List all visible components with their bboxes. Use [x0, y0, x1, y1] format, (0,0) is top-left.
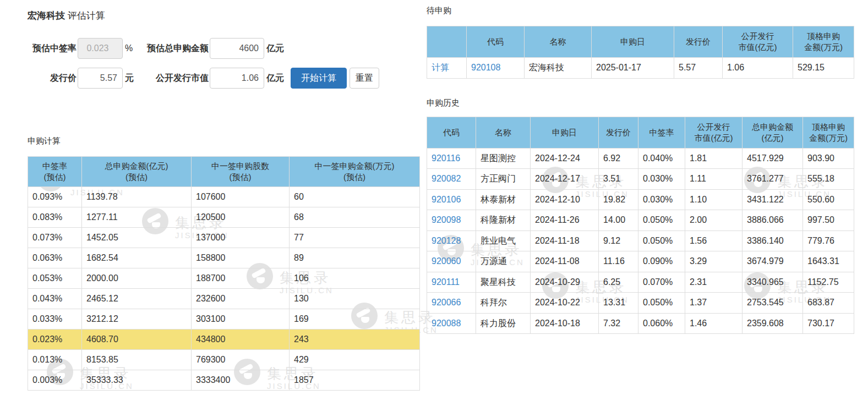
- cell: 434800: [192, 330, 290, 350]
- cell: 232600: [192, 289, 290, 309]
- form-row-2: 发行价 元 公开发行市值 亿元 开始计算 重置: [28, 68, 420, 89]
- page-title: 宏海科技 评估计算: [28, 10, 420, 22]
- cell: 5.57: [674, 58, 723, 79]
- table-row: 0.033%3212.12303100169: [28, 309, 420, 330]
- cell: 169: [290, 309, 420, 330]
- code-link[interactable]: 920128: [432, 236, 461, 245]
- cell: 730.17: [803, 313, 854, 334]
- code-link[interactable]: 920111: [432, 277, 460, 287]
- code-link[interactable]: 920082: [432, 174, 461, 183]
- cell: 0.030%: [638, 169, 685, 190]
- column-header: 总申购金额 (亿元): [743, 117, 803, 148]
- cell: 2359.608: [743, 313, 803, 334]
- cell: 2024-12-17: [531, 169, 599, 190]
- price-label: 发行价: [28, 73, 77, 84]
- cell: 920060: [427, 251, 476, 272]
- cell: 聚星科技: [476, 272, 531, 293]
- cell: 11.16: [599, 251, 638, 272]
- column-header: 名称: [525, 26, 592, 58]
- table-row: 计算920108宏海科技2025-01-175.571.06529.15: [427, 58, 854, 79]
- code-link[interactable]: 920060: [432, 256, 461, 266]
- cell: 4517.929: [743, 148, 803, 169]
- cell: 13.31: [599, 293, 638, 314]
- est-total-input[interactable]: [210, 38, 264, 59]
- cell: 3386.140: [743, 231, 803, 251]
- column-header: 中签率: [638, 117, 685, 148]
- table-row: 0.053%2000.00188700106: [28, 268, 420, 289]
- cell: 2000.00: [82, 268, 192, 289]
- column-header: 顶格申购 金额(万元): [803, 117, 854, 148]
- price-input[interactable]: [78, 68, 123, 89]
- column-header: 申购日: [592, 26, 674, 58]
- cell: 2024-10-18: [531, 313, 599, 334]
- history-table: 代码名称申购日发行价中签率公开发行 市值(亿元)总申购金额 (亿元)顶格申购 金…: [427, 117, 854, 334]
- cell: 19.82: [599, 189, 638, 210]
- cell: 3886.066: [743, 210, 803, 231]
- cell: 920106: [427, 189, 476, 210]
- table-row: 0.093%1139.7810760060: [28, 187, 420, 207]
- cell: 0.013%: [28, 350, 82, 370]
- form-row-1: 预估中签率 % 预估总申购金额 亿元: [28, 38, 420, 59]
- cell: 77: [290, 228, 420, 248]
- code-link[interactable]: 920088: [432, 319, 461, 328]
- cell: 2024-11-18: [531, 231, 599, 251]
- cell: 0.050%: [638, 231, 685, 251]
- cell: 0.033%: [28, 309, 82, 330]
- cell: 0.070%: [638, 272, 685, 293]
- cell: 550.60: [803, 189, 854, 210]
- cell: 3212.12: [82, 309, 192, 330]
- code-link[interactable]: 920116: [432, 153, 460, 163]
- cell: 920128: [427, 231, 476, 251]
- code-link[interactable]: 920106: [432, 195, 461, 204]
- cell: 1152.75: [803, 272, 854, 293]
- cell: 0.053%: [28, 268, 82, 289]
- mktcap-input[interactable]: [210, 68, 264, 89]
- calculate-button[interactable]: 开始计算: [291, 68, 347, 89]
- cell: 2024-12-24: [531, 148, 599, 169]
- cell: 158800: [192, 248, 290, 268]
- calc-section-title: 申购计算: [28, 136, 420, 146]
- cell: 0.003%: [28, 370, 82, 391]
- code-link[interactable]: 920108: [471, 63, 500, 72]
- cell: 920098: [427, 210, 476, 231]
- cell: 920082: [427, 169, 476, 190]
- cell: 1.06: [723, 58, 793, 79]
- column-header: 代码: [427, 117, 476, 148]
- cell: 0.030%: [638, 189, 685, 210]
- column-header: 代码: [467, 26, 525, 58]
- mktcap-unit: 亿元: [264, 73, 284, 84]
- cell: 2465.12: [82, 289, 192, 309]
- column-header: [427, 26, 467, 58]
- cell: 529.15: [793, 58, 854, 79]
- code-link[interactable]: 920066: [432, 298, 461, 307]
- reset-button[interactable]: 重置: [350, 68, 379, 89]
- cell: 0.043%: [28, 289, 82, 309]
- est-rate-input[interactable]: [78, 38, 123, 59]
- header-row: 代码名称申购日发行价中签率公开发行 市值(亿元)总申购金额 (亿元)顶格申购 金…: [427, 117, 854, 148]
- cell: 1.81: [685, 148, 743, 169]
- calculator-panel: 宏海科技 评估计算 预估中签率 % 预估总申购金额 亿元 发行价 元 公开发行市…: [28, 10, 420, 391]
- cell: 宏海科技: [525, 58, 592, 79]
- cell: 1.10: [685, 189, 743, 210]
- calc-table: 中签率 (预估)总申购金额(亿元) (预估)中一签申购股数 (预估)中一签申购金…: [28, 156, 420, 391]
- cell: 1.56: [685, 231, 743, 251]
- cell: 1452.05: [82, 228, 192, 248]
- cell: 2024-11-26: [531, 210, 599, 231]
- table-row-highlighted: 0.023%4608.70434800243: [28, 330, 420, 350]
- cell: 科隆新材: [476, 210, 531, 231]
- cell: 555.18: [803, 169, 854, 190]
- cell: 0.073%: [28, 228, 82, 248]
- table-row: 920106林泰新材2024-12-1019.820.030%1.103431.…: [427, 189, 854, 210]
- column-header: 顶格申购 金额(万元): [793, 26, 854, 58]
- cell: 0.023%: [28, 330, 82, 350]
- cell: 1682.54: [82, 248, 192, 268]
- cell: 2024-11-08: [531, 251, 599, 272]
- cell: 2753.545: [743, 293, 803, 314]
- cell: 920088: [427, 313, 476, 334]
- pending-table: 代码名称申购日发行价公开发行 市值(亿元)顶格申购 金额(万元) 计算92010…: [427, 26, 854, 79]
- title-suffix: 评估计算: [68, 10, 105, 21]
- calc-link[interactable]: 计算: [432, 63, 449, 72]
- cell: 2024-12-10: [531, 189, 599, 210]
- cell: 1.11: [685, 169, 743, 190]
- code-link[interactable]: 920098: [432, 215, 461, 224]
